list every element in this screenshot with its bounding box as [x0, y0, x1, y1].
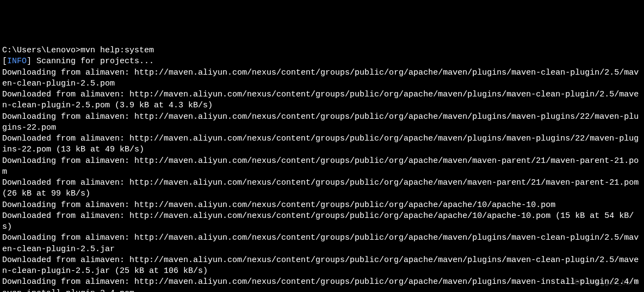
log-line: Downloaded from alimaven: http://maven.a… [2, 255, 642, 277]
watermark-text: CSDN @huggie_bird [566, 278, 639, 288]
info-label: INFO [7, 57, 27, 66]
log-line: Downloading from alimaven: http://maven.… [2, 68, 642, 90]
scanning-text: Scanning for projects... [32, 57, 154, 66]
log-line: Downloading from alimaven: http://maven.… [2, 156, 642, 178]
log-line: Downloading from alimaven: http://maven.… [2, 112, 642, 134]
log-line: Downloading from alimaven: http://maven.… [2, 233, 642, 255]
terminal-output[interactable]: C:\Users\Lenovo>mvn help:system[INFO] Sc… [2, 45, 642, 292]
log-line: Downloaded from alimaven: http://maven.a… [2, 133, 642, 156]
log-line: Downloading from alimaven: http://maven.… [2, 200, 642, 211]
command-input: mvn help:system [81, 46, 154, 55]
command-prompt: C:\Users\Lenovo> [2, 46, 81, 55]
bracket-close: ] [27, 57, 32, 66]
log-line: Downloading from alimaven: http://maven.… [2, 277, 642, 292]
bracket-open: [ [2, 57, 7, 66]
log-line: Downloaded from alimaven: http://maven.a… [2, 89, 642, 112]
log-line: Downloaded from alimaven: http://maven.a… [2, 178, 642, 200]
log-line: Downloaded from alimaven: http://maven.a… [2, 211, 642, 233]
